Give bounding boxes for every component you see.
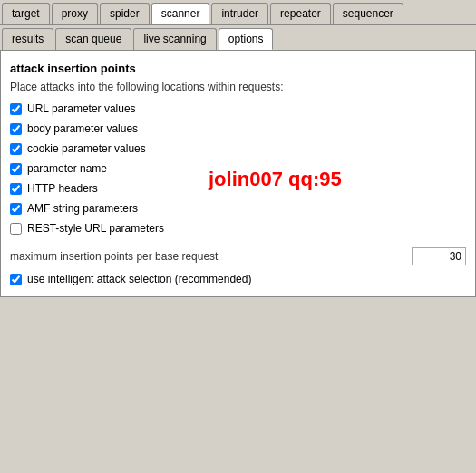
sub-tab-scan-queue[interactable]: scan queue [55, 28, 131, 50]
checkbox-label-1: body parameter values [27, 122, 138, 135]
sub-tab-live-scanning[interactable]: live scanning [133, 28, 216, 50]
checkbox-4[interactable] [10, 183, 22, 195]
top-tab-sequencer[interactable]: sequencer [333, 3, 403, 24]
sub-tab-options[interactable]: options [219, 28, 274, 50]
checkboxes-container: URL parameter valuesbody parameter value… [10, 102, 466, 235]
checkbox-row-3: parameter name [10, 162, 466, 175]
checkbox-6[interactable] [10, 223, 22, 235]
section-title: attack insertion points [10, 62, 466, 75]
checkbox-row-0: URL parameter values [10, 102, 466, 115]
checkbox-row-1: body parameter values [10, 122, 466, 135]
top-tab-repeater[interactable]: repeater [270, 3, 331, 24]
checkbox-label-0: URL parameter values [27, 102, 136, 115]
checkbox-label-2: cookie parameter values [27, 142, 146, 155]
intelligent-attack-label: use intelligent attack selection (recomm… [27, 273, 251, 285]
checkbox-label-3: parameter name [27, 162, 107, 175]
sub-nav: resultsscan queuelive scanningoptions [0, 25, 476, 51]
bottom-checkbox-row: use intelligent attack selection (recomm… [10, 273, 466, 285]
max-insertion-row: maximum insertion points per base reques… [10, 247, 466, 265]
section-description: Place attacks into the following locatio… [10, 81, 466, 93]
checkbox-row-4: HTTP headers [10, 182, 466, 195]
checkbox-label-6: REST-style URL parameters [27, 222, 164, 235]
checkbox-row-2: cookie parameter values [10, 142, 466, 155]
intelligent-attack-checkbox[interactable] [10, 274, 22, 285]
max-insertion-label: maximum insertion points per base reques… [10, 250, 412, 263]
top-tab-scanner[interactable]: scanner [151, 3, 210, 24]
checkbox-row-5: AMF string parameters [10, 202, 466, 215]
checkbox-label-5: AMF string parameters [27, 202, 138, 215]
top-nav: targetproxyspiderscannerintruderrepeater… [0, 0, 476, 25]
top-tab-target[interactable]: target [2, 3, 50, 24]
checkbox-2[interactable] [10, 143, 22, 155]
checkbox-0[interactable] [10, 103, 22, 115]
checkbox-row-6: REST-style URL parameters [10, 222, 466, 235]
checkbox-1[interactable] [10, 123, 22, 135]
checkbox-5[interactable] [10, 203, 22, 215]
top-tab-intruder[interactable]: intruder [211, 3, 268, 24]
top-tab-proxy[interactable]: proxy [52, 3, 98, 24]
checkbox-3[interactable] [10, 163, 22, 175]
sub-tab-results[interactable]: results [2, 28, 53, 50]
checkbox-label-4: HTTP headers [27, 182, 98, 195]
top-tab-spider[interactable]: spider [100, 3, 150, 24]
content-area: attack insertion points Place attacks in… [0, 51, 476, 297]
max-insertion-input[interactable] [412, 247, 466, 265]
